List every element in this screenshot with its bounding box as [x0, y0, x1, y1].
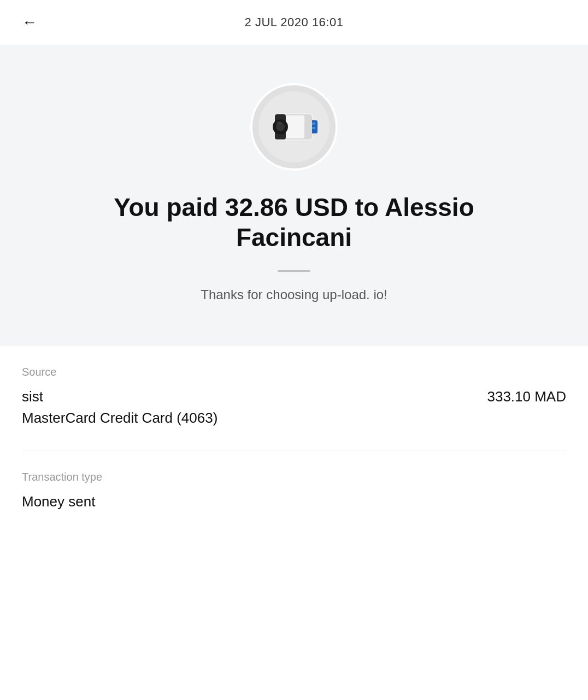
- header: ← 2 JUL 2020 16:01: [0, 0, 588, 45]
- avatar-image: [252, 85, 336, 168]
- source-amount: 333.10 MAD: [487, 388, 566, 405]
- source-card-row: MasterCard Credit Card (4063): [22, 410, 566, 427]
- payment-title: You paid 32.86 USD to Alessio Facincani: [54, 192, 534, 253]
- svg-point-10: [277, 121, 282, 125]
- avatar: [250, 83, 338, 171]
- transaction-type-value: Money sent: [22, 493, 95, 510]
- source-row: sist 333.10 MAD: [22, 388, 566, 405]
- transaction-type-row: Money sent: [22, 493, 566, 510]
- source-group: Source sist 333.10 MAD MasterCard Credit…: [22, 346, 566, 451]
- details-section: Source sist 333.10 MAD MasterCard Credit…: [0, 346, 588, 534]
- source-card: MasterCard Credit Card (4063): [22, 410, 217, 427]
- back-arrow-icon: ←: [22, 14, 37, 31]
- source-label: Source: [22, 366, 566, 378]
- transaction-type-label: Transaction type: [22, 471, 566, 483]
- divider: [278, 270, 310, 272]
- source-account-name: sist: [22, 388, 43, 405]
- transaction-type-group: Transaction type Money sent: [22, 451, 566, 534]
- back-button[interactable]: ←: [22, 14, 37, 31]
- hero-section: You paid 32.86 USD to Alessio Facincani …: [0, 45, 588, 346]
- header-timestamp: 2 JUL 2020 16:01: [245, 15, 344, 30]
- thanks-text: Thanks for choosing up-load. io!: [201, 287, 387, 302]
